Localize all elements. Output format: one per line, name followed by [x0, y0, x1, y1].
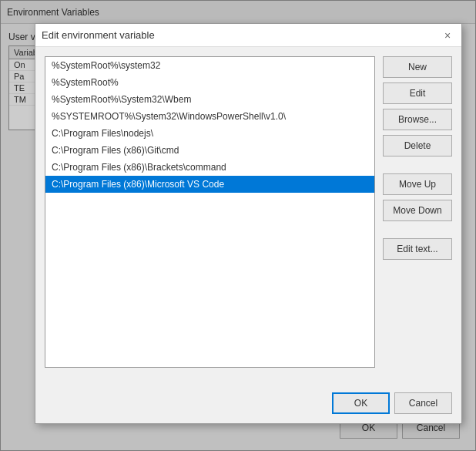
dialog-title: Edit environment variable	[42, 29, 155, 41]
list-item[interactable]: C:\Program Files (x86)\Git\cmd	[45, 142, 374, 159]
button-spacer-1	[383, 161, 452, 169]
new-button[interactable]: New	[383, 56, 452, 78]
right-buttons-panel: New Edit Browse... Delete Move Up Move D…	[383, 56, 452, 368]
list-item[interactable]: %SystemRoot%\System32\Wbem	[45, 91, 374, 108]
dialog-content: %SystemRoot%\system32%SystemRoot%%System…	[35, 47, 461, 377]
list-item[interactable]: %SystemRoot%\system32	[45, 57, 374, 74]
move-up-button[interactable]: Move Up	[383, 173, 452, 195]
dialog-footer: OK Cancel	[332, 392, 452, 414]
list-item[interactable]: C:\Program Files\nodejs\	[45, 125, 374, 142]
dialog-ok-button[interactable]: OK	[332, 392, 390, 414]
edit-button[interactable]: Edit	[383, 82, 452, 104]
list-item[interactable]: C:\Program Files (x86)\Microsoft VS Code	[45, 176, 374, 193]
list-item[interactable]: C:\Program Files (x86)\Brackets\command	[45, 159, 374, 176]
delete-button[interactable]: Delete	[383, 135, 452, 157]
browse-button[interactable]: Browse...	[383, 109, 452, 130]
dialog-close-button[interactable]: ×	[440, 28, 455, 43]
dialog-titlebar: Edit environment variable ×	[35, 24, 461, 47]
button-spacer-2	[383, 226, 452, 234]
dialog-cancel-button[interactable]: Cancel	[394, 392, 452, 414]
edit-text-button[interactable]: Edit text...	[383, 238, 452, 260]
edit-env-var-dialog: Edit environment variable × %SystemRoot%…	[35, 23, 462, 424]
move-down-button[interactable]: Move Down	[383, 200, 452, 221]
env-var-list[interactable]: %SystemRoot%\system32%SystemRoot%%System…	[45, 56, 375, 368]
list-item[interactable]: %SystemRoot%	[45, 74, 374, 91]
list-item[interactable]: %SYSTEMROOT%\System32\WindowsPowerShell\…	[45, 108, 374, 125]
